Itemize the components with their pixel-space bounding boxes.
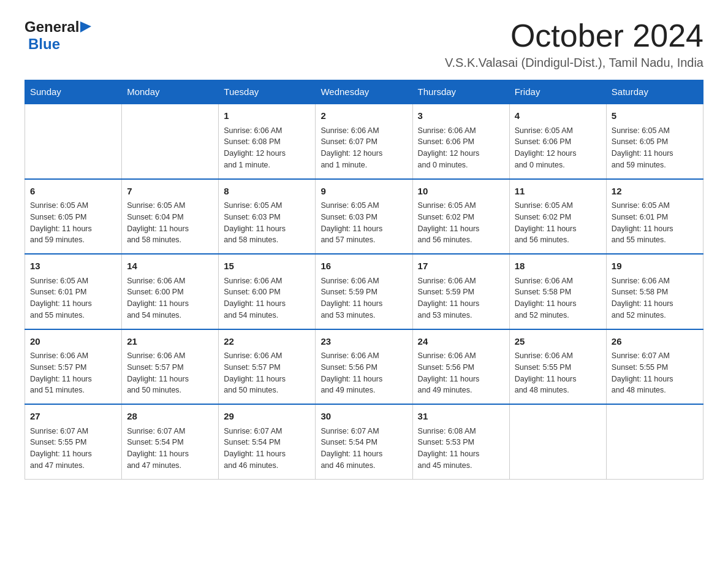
calendar-cell: 21Sunrise: 6:06 AM Sunset: 5:57 PM Dayli… xyxy=(122,329,219,405)
calendar-cell: 15Sunrise: 6:06 AM Sunset: 6:00 PM Dayli… xyxy=(219,254,316,329)
day-number: 23 xyxy=(320,335,407,349)
day-info: Sunrise: 6:06 AM Sunset: 5:56 PM Dayligh… xyxy=(320,350,407,396)
day-number: 27 xyxy=(30,410,116,424)
day-info: Sunrise: 6:05 AM Sunset: 6:01 PM Dayligh… xyxy=(30,275,116,321)
calendar-week-row: 13Sunrise: 6:05 AM Sunset: 6:01 PM Dayli… xyxy=(25,254,703,329)
day-number: 8 xyxy=(224,185,310,199)
calendar-cell: 2Sunrise: 6:06 AM Sunset: 6:07 PM Daylig… xyxy=(316,104,412,179)
calendar-table: SundayMondayTuesdayWednesdayThursdayFrid… xyxy=(25,80,703,480)
day-info: Sunrise: 6:07 AM Sunset: 5:54 PM Dayligh… xyxy=(224,426,310,472)
day-header-tuesday: Tuesday xyxy=(219,80,316,104)
calendar-week-row: 20Sunrise: 6:06 AM Sunset: 5:57 PM Dayli… xyxy=(25,329,703,405)
day-header-monday: Monday xyxy=(122,80,219,104)
calendar-cell: 18Sunrise: 6:06 AM Sunset: 5:58 PM Dayli… xyxy=(509,254,606,329)
day-number: 29 xyxy=(224,410,310,424)
day-info: Sunrise: 6:07 AM Sunset: 5:55 PM Dayligh… xyxy=(612,350,698,396)
calendar-cell: 12Sunrise: 6:05 AM Sunset: 6:01 PM Dayli… xyxy=(606,179,703,255)
day-info: Sunrise: 6:07 AM Sunset: 5:54 PM Dayligh… xyxy=(320,426,407,472)
calendar-header-row: SundayMondayTuesdayWednesdayThursdayFrid… xyxy=(25,80,703,104)
day-number: 2 xyxy=(320,109,407,123)
calendar-cell: 9Sunrise: 6:05 AM Sunset: 6:03 PM Daylig… xyxy=(316,179,412,255)
day-info: Sunrise: 6:06 AM Sunset: 5:59 PM Dayligh… xyxy=(320,275,407,321)
day-number: 9 xyxy=(320,185,407,199)
calendar-cell: 19Sunrise: 6:06 AM Sunset: 5:58 PM Dayli… xyxy=(606,254,703,329)
day-info: Sunrise: 6:05 AM Sunset: 6:04 PM Dayligh… xyxy=(127,200,213,246)
logo-arrow-icon xyxy=(80,21,93,34)
day-info: Sunrise: 6:06 AM Sunset: 5:55 PM Dayligh… xyxy=(515,350,601,396)
day-info: Sunrise: 6:07 AM Sunset: 5:55 PM Dayligh… xyxy=(30,426,116,472)
day-info: Sunrise: 6:06 AM Sunset: 5:57 PM Dayligh… xyxy=(224,350,310,396)
day-info: Sunrise: 6:06 AM Sunset: 6:00 PM Dayligh… xyxy=(127,275,213,321)
day-number: 28 xyxy=(127,410,213,424)
day-number: 13 xyxy=(30,259,116,274)
day-number: 25 xyxy=(515,335,601,349)
day-info: Sunrise: 6:05 AM Sunset: 6:03 PM Dayligh… xyxy=(320,200,407,246)
day-number: 7 xyxy=(127,185,213,199)
day-info: Sunrise: 6:05 AM Sunset: 6:02 PM Dayligh… xyxy=(515,200,601,246)
day-number: 19 xyxy=(612,259,698,274)
day-info: Sunrise: 6:05 AM Sunset: 6:02 PM Dayligh… xyxy=(418,200,504,246)
day-info: Sunrise: 6:06 AM Sunset: 6:07 PM Dayligh… xyxy=(320,125,407,171)
calendar-week-row: 27Sunrise: 6:07 AM Sunset: 5:55 PM Dayli… xyxy=(25,404,703,479)
day-number: 24 xyxy=(418,335,504,349)
calendar-cell xyxy=(606,404,703,479)
day-info: Sunrise: 6:05 AM Sunset: 6:03 PM Dayligh… xyxy=(224,200,310,246)
day-number: 5 xyxy=(612,109,698,123)
calendar-cell: 14Sunrise: 6:06 AM Sunset: 6:00 PM Dayli… xyxy=(122,254,219,329)
day-number: 17 xyxy=(418,259,504,274)
calendar-cell: 28Sunrise: 6:07 AM Sunset: 5:54 PM Dayli… xyxy=(122,404,219,479)
calendar-cell: 11Sunrise: 6:05 AM Sunset: 6:02 PM Dayli… xyxy=(509,179,606,255)
svg-marker-0 xyxy=(80,21,91,33)
calendar-cell: 31Sunrise: 6:08 AM Sunset: 5:53 PM Dayli… xyxy=(412,404,509,479)
day-info: Sunrise: 6:06 AM Sunset: 5:57 PM Dayligh… xyxy=(127,350,213,396)
calendar-cell: 20Sunrise: 6:06 AM Sunset: 5:57 PM Dayli… xyxy=(25,329,122,405)
day-info: Sunrise: 6:06 AM Sunset: 5:56 PM Dayligh… xyxy=(418,350,504,396)
calendar-cell: 6Sunrise: 6:05 AM Sunset: 6:05 PM Daylig… xyxy=(25,179,122,255)
day-number: 21 xyxy=(127,335,213,349)
day-header-wednesday: Wednesday xyxy=(316,80,412,104)
calendar-cell xyxy=(25,104,122,179)
day-info: Sunrise: 6:06 AM Sunset: 6:08 PM Dayligh… xyxy=(224,125,310,171)
calendar-cell: 25Sunrise: 6:06 AM Sunset: 5:55 PM Dayli… xyxy=(509,329,606,405)
calendar-cell xyxy=(509,404,606,479)
page-header: General Blue October 2024 V.S.K.Valasai … xyxy=(25,18,703,70)
calendar-cell: 26Sunrise: 6:07 AM Sunset: 5:55 PM Dayli… xyxy=(606,329,703,405)
calendar-cell: 10Sunrise: 6:05 AM Sunset: 6:02 PM Dayli… xyxy=(412,179,509,255)
calendar-week-row: 6Sunrise: 6:05 AM Sunset: 6:05 PM Daylig… xyxy=(25,179,703,255)
calendar-cell: 16Sunrise: 6:06 AM Sunset: 5:59 PM Dayli… xyxy=(316,254,412,329)
day-number: 20 xyxy=(30,335,116,349)
day-info: Sunrise: 6:05 AM Sunset: 6:06 PM Dayligh… xyxy=(515,125,601,171)
day-header-friday: Friday xyxy=(509,80,606,104)
calendar-cell: 24Sunrise: 6:06 AM Sunset: 5:56 PM Dayli… xyxy=(412,329,509,405)
day-number: 1 xyxy=(224,109,310,123)
calendar-cell: 8Sunrise: 6:05 AM Sunset: 6:03 PM Daylig… xyxy=(219,179,316,255)
day-info: Sunrise: 6:05 AM Sunset: 6:01 PM Dayligh… xyxy=(612,200,698,246)
calendar-cell: 27Sunrise: 6:07 AM Sunset: 5:55 PM Dayli… xyxy=(25,404,122,479)
calendar-cell: 22Sunrise: 6:06 AM Sunset: 5:57 PM Dayli… xyxy=(219,329,316,405)
calendar-cell: 13Sunrise: 6:05 AM Sunset: 6:01 PM Dayli… xyxy=(25,254,122,329)
calendar-cell: 5Sunrise: 6:05 AM Sunset: 6:05 PM Daylig… xyxy=(606,104,703,179)
day-info: Sunrise: 6:05 AM Sunset: 6:05 PM Dayligh… xyxy=(612,125,698,171)
day-number: 22 xyxy=(224,335,310,349)
day-number: 14 xyxy=(127,259,213,274)
calendar-cell: 4Sunrise: 6:05 AM Sunset: 6:06 PM Daylig… xyxy=(509,104,606,179)
day-number: 11 xyxy=(515,185,601,199)
day-number: 12 xyxy=(612,185,698,199)
calendar-cell: 30Sunrise: 6:07 AM Sunset: 5:54 PM Dayli… xyxy=(316,404,412,479)
logo: General Blue xyxy=(25,18,93,53)
calendar-cell: 23Sunrise: 6:06 AM Sunset: 5:56 PM Dayli… xyxy=(316,329,412,405)
day-info: Sunrise: 6:07 AM Sunset: 5:54 PM Dayligh… xyxy=(127,426,213,472)
day-number: 30 xyxy=(320,410,407,424)
logo-blue-text: Blue xyxy=(28,36,60,52)
location-title: V.S.K.Valasai (Dindigul-Dist.), Tamil Na… xyxy=(445,56,703,70)
day-info: Sunrise: 6:06 AM Sunset: 6:00 PM Dayligh… xyxy=(224,275,310,321)
day-number: 26 xyxy=(612,335,698,349)
day-info: Sunrise: 6:06 AM Sunset: 5:59 PM Dayligh… xyxy=(418,275,504,321)
calendar-cell: 7Sunrise: 6:05 AM Sunset: 6:04 PM Daylig… xyxy=(122,179,219,255)
day-header-thursday: Thursday xyxy=(412,80,509,104)
day-header-saturday: Saturday xyxy=(606,80,703,104)
day-header-sunday: Sunday xyxy=(25,80,122,104)
day-info: Sunrise: 6:08 AM Sunset: 5:53 PM Dayligh… xyxy=(418,426,504,472)
calendar-cell xyxy=(122,104,219,179)
logo-general-text: General xyxy=(25,18,79,36)
